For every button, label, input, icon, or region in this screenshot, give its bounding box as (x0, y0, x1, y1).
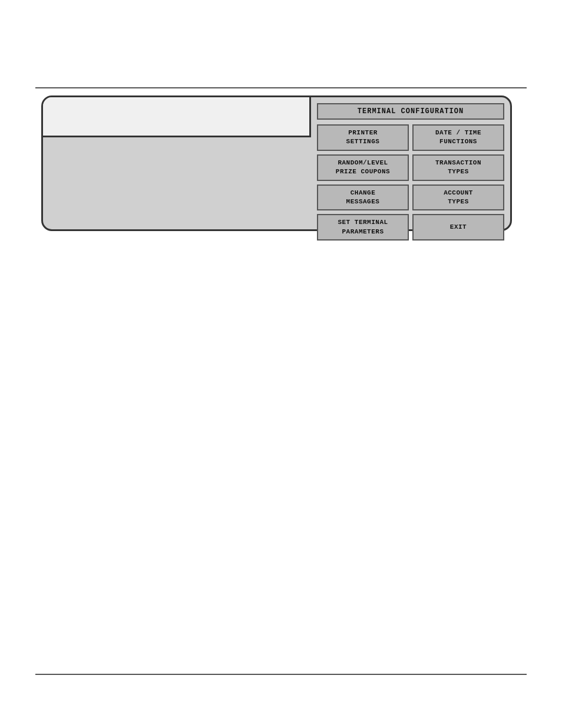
account-types-button[interactable]: ACCOUNTTYPES (412, 185, 504, 211)
right-panel: TERMINAL CONFIGURATION PRINTERSETTINGS D… (311, 97, 510, 229)
set-terminal-parameters-button[interactable]: SET TERMINALPARAMETERS (317, 214, 409, 241)
title-row: TERMINAL CONFIGURATION (317, 103, 504, 120)
random-level-prize-coupons-button[interactable]: RANDOM/LEVELPRIZE COUPONS (317, 154, 409, 181)
main-panel: TERMINAL CONFIGURATION PRINTERSETTINGS D… (41, 95, 512, 231)
printer-settings-button[interactable]: PRINTERSETTINGS (317, 124, 409, 151)
exit-button[interactable]: EXIT (412, 214, 504, 241)
bottom-border (35, 674, 527, 675)
button-row-4: SET TERMINALPARAMETERS EXIT (317, 214, 504, 241)
transaction-types-button[interactable]: TRANSACTIONTYPES (412, 154, 504, 181)
terminal-config-title: TERMINAL CONFIGURATION (317, 103, 504, 120)
button-row-2: RANDOM/LEVELPRIZE COUPONS TRANSACTIONTYP… (317, 154, 504, 181)
button-row-1: PRINTERSETTINGS DATE / TIMEFUNCTIONS (317, 124, 504, 151)
date-time-functions-button[interactable]: DATE / TIMEFUNCTIONS (412, 124, 504, 151)
top-border (35, 87, 527, 88)
button-row-3: CHANGEMESSAGES ACCOUNTTYPES (317, 185, 504, 211)
left-tab (43, 97, 311, 137)
change-messages-button[interactable]: CHANGEMESSAGES (317, 185, 409, 211)
